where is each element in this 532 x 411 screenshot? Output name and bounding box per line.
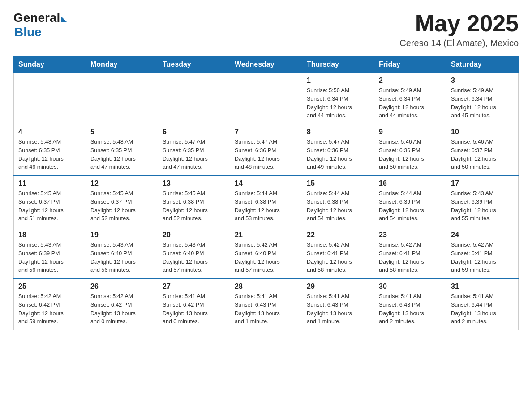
day-number: 25 [18, 283, 81, 291]
day-number: 5 [90, 128, 153, 136]
day-info: Sunrise: 5:48 AM Sunset: 6:35 PM Dayligh… [90, 138, 153, 171]
calendar-cell: 3Sunrise: 5:49 AM Sunset: 6:34 PM Daylig… [446, 73, 519, 124]
day-info: Sunrise: 5:43 AM Sunset: 6:39 PM Dayligh… [451, 189, 514, 223]
day-number: 23 [379, 231, 442, 239]
calendar-cell: 16Sunrise: 5:44 AM Sunset: 6:39 PM Dayli… [374, 176, 446, 227]
logo-triangle-icon [61, 16, 67, 22]
day-info: Sunrise: 5:41 AM Sunset: 6:43 PM Dayligh… [379, 292, 442, 326]
day-number: 22 [307, 231, 369, 239]
calendar-header-monday: Monday [86, 57, 158, 73]
calendar-header-row: SundayMondayTuesdayWednesdayThursdayFrid… [14, 57, 519, 73]
day-number: 10 [451, 128, 514, 136]
calendar-cell: 9Sunrise: 5:46 AM Sunset: 6:36 PM Daylig… [374, 124, 446, 176]
day-info: Sunrise: 5:45 AM Sunset: 6:38 PM Dayligh… [163, 189, 225, 223]
calendar-cell: 18Sunrise: 5:43 AM Sunset: 6:39 PM Dayli… [14, 227, 86, 278]
day-info: Sunrise: 5:41 AM Sunset: 6:42 PM Dayligh… [163, 292, 225, 326]
logo: General Blue [13, 11, 67, 39]
day-info: Sunrise: 5:41 AM Sunset: 6:44 PM Dayligh… [451, 292, 514, 326]
day-info: Sunrise: 5:42 AM Sunset: 6:41 PM Dayligh… [379, 241, 442, 274]
calendar-cell: 4Sunrise: 5:48 AM Sunset: 6:35 PM Daylig… [14, 124, 86, 176]
calendar-cell: 15Sunrise: 5:44 AM Sunset: 6:38 PM Dayli… [302, 176, 374, 227]
calendar-cell: 25Sunrise: 5:42 AM Sunset: 6:42 PM Dayli… [14, 278, 86, 330]
calendar-cell: 20Sunrise: 5:43 AM Sunset: 6:40 PM Dayli… [158, 227, 230, 278]
day-info: Sunrise: 5:46 AM Sunset: 6:36 PM Dayligh… [379, 138, 442, 171]
calendar-cell: 30Sunrise: 5:41 AM Sunset: 6:43 PM Dayli… [374, 278, 446, 330]
day-number: 17 [451, 180, 514, 188]
day-info: Sunrise: 5:43 AM Sunset: 6:40 PM Dayligh… [90, 241, 153, 274]
calendar-cell [230, 73, 302, 124]
day-info: Sunrise: 5:45 AM Sunset: 6:37 PM Dayligh… [90, 189, 153, 223]
day-number: 16 [379, 180, 442, 188]
day-number: 20 [163, 231, 225, 239]
calendar-cell: 12Sunrise: 5:45 AM Sunset: 6:37 PM Dayli… [86, 176, 158, 227]
day-info: Sunrise: 5:43 AM Sunset: 6:39 PM Dayligh… [18, 241, 81, 274]
calendar-cell: 1Sunrise: 5:50 AM Sunset: 6:34 PM Daylig… [302, 73, 374, 124]
day-number: 30 [379, 283, 442, 291]
day-number: 6 [163, 128, 225, 136]
day-info: Sunrise: 5:49 AM Sunset: 6:34 PM Dayligh… [451, 86, 514, 120]
calendar-header-saturday: Saturday [446, 57, 519, 73]
day-number: 1 [307, 77, 369, 85]
calendar-header-wednesday: Wednesday [230, 57, 302, 73]
calendar-cell: 24Sunrise: 5:42 AM Sunset: 6:41 PM Dayli… [446, 227, 519, 278]
calendar-cell: 26Sunrise: 5:42 AM Sunset: 6:42 PM Dayli… [86, 278, 158, 330]
day-info: Sunrise: 5:47 AM Sunset: 6:36 PM Dayligh… [307, 138, 369, 171]
day-info: Sunrise: 5:50 AM Sunset: 6:34 PM Dayligh… [307, 86, 369, 120]
day-number: 3 [451, 77, 514, 85]
day-info: Sunrise: 5:46 AM Sunset: 6:37 PM Dayligh… [451, 138, 514, 171]
day-number: 28 [235, 283, 297, 291]
day-info: Sunrise: 5:47 AM Sunset: 6:35 PM Dayligh… [163, 138, 225, 171]
calendar-cell: 5Sunrise: 5:48 AM Sunset: 6:35 PM Daylig… [86, 124, 158, 176]
calendar-cell: 17Sunrise: 5:43 AM Sunset: 6:39 PM Dayli… [446, 176, 519, 227]
location-title: Cereso 14 (El Amate), Mexico [399, 38, 519, 48]
day-info: Sunrise: 5:42 AM Sunset: 6:41 PM Dayligh… [451, 241, 514, 274]
calendar-cell: 22Sunrise: 5:42 AM Sunset: 6:41 PM Dayli… [302, 227, 374, 278]
day-number: 8 [307, 128, 369, 136]
day-number: 2 [379, 77, 442, 85]
day-info: Sunrise: 5:41 AM Sunset: 6:43 PM Dayligh… [307, 292, 369, 326]
day-info: Sunrise: 5:42 AM Sunset: 6:42 PM Dayligh… [18, 292, 81, 326]
calendar-header-friday: Friday [374, 57, 446, 73]
calendar-cell: 28Sunrise: 5:41 AM Sunset: 6:43 PM Dayli… [230, 278, 302, 330]
calendar-cell: 13Sunrise: 5:45 AM Sunset: 6:38 PM Dayli… [158, 176, 230, 227]
calendar-header-thursday: Thursday [302, 57, 374, 73]
day-number: 26 [90, 283, 153, 291]
calendar-cell: 11Sunrise: 5:45 AM Sunset: 6:37 PM Dayli… [14, 176, 86, 227]
day-info: Sunrise: 5:44 AM Sunset: 6:38 PM Dayligh… [307, 189, 369, 223]
day-number: 24 [451, 231, 514, 239]
calendar-cell [158, 73, 230, 124]
week-row-3: 11Sunrise: 5:45 AM Sunset: 6:37 PM Dayli… [14, 176, 519, 227]
day-number: 12 [90, 180, 153, 188]
day-info: Sunrise: 5:44 AM Sunset: 6:39 PM Dayligh… [379, 189, 442, 223]
calendar-cell: 19Sunrise: 5:43 AM Sunset: 6:40 PM Dayli… [86, 227, 158, 278]
calendar-cell: 29Sunrise: 5:41 AM Sunset: 6:43 PM Dayli… [302, 278, 374, 330]
day-number: 27 [163, 283, 225, 291]
page-header: General Blue May 2025 Cereso 14 (El Amat… [13, 11, 519, 48]
day-number: 4 [18, 128, 81, 136]
calendar-cell [86, 73, 158, 124]
logo-blue: Blue [14, 25, 67, 39]
day-info: Sunrise: 5:41 AM Sunset: 6:43 PM Dayligh… [235, 292, 297, 326]
day-number: 31 [451, 283, 514, 291]
day-number: 14 [235, 180, 297, 188]
day-number: 9 [379, 128, 442, 136]
day-number: 19 [90, 231, 153, 239]
calendar-cell [14, 73, 86, 124]
day-number: 11 [18, 180, 81, 188]
calendar-header-tuesday: Tuesday [158, 57, 230, 73]
day-info: Sunrise: 5:42 AM Sunset: 6:42 PM Dayligh… [90, 292, 153, 326]
calendar-cell: 10Sunrise: 5:46 AM Sunset: 6:37 PM Dayli… [446, 124, 519, 176]
calendar-cell: 2Sunrise: 5:49 AM Sunset: 6:34 PM Daylig… [374, 73, 446, 124]
day-info: Sunrise: 5:49 AM Sunset: 6:34 PM Dayligh… [379, 86, 442, 120]
calendar-cell: 27Sunrise: 5:41 AM Sunset: 6:42 PM Dayli… [158, 278, 230, 330]
calendar-cell: 6Sunrise: 5:47 AM Sunset: 6:35 PM Daylig… [158, 124, 230, 176]
day-number: 21 [235, 231, 297, 239]
week-row-5: 25Sunrise: 5:42 AM Sunset: 6:42 PM Dayli… [14, 278, 519, 330]
day-info: Sunrise: 5:43 AM Sunset: 6:40 PM Dayligh… [163, 241, 225, 274]
day-info: Sunrise: 5:47 AM Sunset: 6:36 PM Dayligh… [235, 138, 297, 171]
week-row-4: 18Sunrise: 5:43 AM Sunset: 6:39 PM Dayli… [14, 227, 519, 278]
day-info: Sunrise: 5:42 AM Sunset: 6:41 PM Dayligh… [307, 241, 369, 274]
calendar-cell: 21Sunrise: 5:42 AM Sunset: 6:40 PM Dayli… [230, 227, 302, 278]
day-number: 15 [307, 180, 369, 188]
day-info: Sunrise: 5:48 AM Sunset: 6:35 PM Dayligh… [18, 138, 81, 171]
